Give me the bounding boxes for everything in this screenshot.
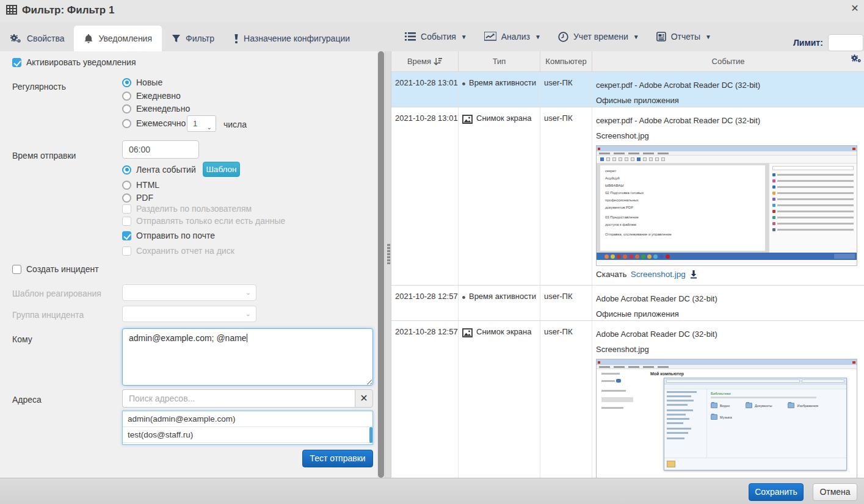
pdf-text-line: документов PDF	[605, 206, 760, 209]
monthly-day-select[interactable]: 1 ⌄	[187, 115, 216, 132]
download-file-link[interactable]: Screenshot.jpg	[631, 270, 686, 279]
format-option-html-label: HTML	[136, 180, 159, 190]
save-report-to-disk-label: Сохранить отчет на диск	[136, 246, 234, 256]
menu-reports-label: Отчеты	[671, 32, 700, 41]
clear-search-button[interactable]: ✕	[355, 389, 373, 408]
radio-dot	[122, 181, 131, 190]
resize-handle[interactable]	[366, 378, 372, 384]
to-textarea[interactable]: admin@example.com; @name	[122, 328, 373, 386]
table-row[interactable]: 2021-10-28 12:57:5 Время активности user…	[391, 286, 864, 321]
tab-config-assignment[interactable]: Назначение конфигурации	[224, 26, 360, 51]
tab-properties[interactable]: Свойства	[0, 26, 74, 51]
to-label: Кому	[12, 334, 32, 344]
address-list-item[interactable]: admin(admin@example.com)	[123, 411, 372, 427]
template-button[interactable]: Шаблон	[203, 162, 240, 177]
activate-notifications-checkbox[interactable]: Активировать уведомления	[12, 57, 136, 67]
reaction-template-select[interactable]: ⌄	[122, 284, 256, 301]
tab-filter[interactable]: Фильтр	[162, 26, 224, 51]
event-description: секрет.pdf - Adobe Acrobat Reader DC (32…	[596, 81, 860, 90]
create-incident-checkbox[interactable]: Создать инцидент	[12, 264, 99, 274]
pdf-text-line: Ацуйцуй	[605, 176, 760, 180]
column-header-type[interactable]: Тип	[459, 51, 540, 71]
tab-notifications-label: Уведомления	[98, 34, 152, 43]
format-option-feed-label: Лента событий	[136, 165, 196, 175]
checkbox-box	[122, 217, 131, 226]
table-settings-gears-icon[interactable]	[851, 54, 862, 63]
menu-events[interactable]: События ▼	[396, 32, 476, 41]
close-icon[interactable]: ✕	[849, 3, 860, 14]
column-header-computer[interactable]: Компьютер	[540, 51, 592, 71]
regularity-option-weekly[interactable]: Еженедельно	[122, 104, 190, 113]
column-header-time[interactable]: Время	[391, 51, 459, 71]
checkbox-box	[12, 265, 21, 274]
clock-icon	[558, 32, 568, 42]
thumb-window-title	[598, 361, 600, 364]
split-by-users-checkbox: Разделить по пользователям	[122, 204, 252, 214]
pdf-text-line: Отправка, отслеживание и управление	[605, 232, 760, 236]
menu-analysis[interactable]: Анализ ▼	[476, 32, 550, 41]
checkbox-box	[12, 58, 21, 67]
radio-dot	[122, 92, 131, 101]
send-time-input[interactable]: 06:00	[122, 140, 199, 159]
activity-check-icon	[462, 79, 465, 89]
pdf-text-line: ЫВФАВАЫ	[605, 184, 760, 187]
table-header-row: Время Тип Компьютер Событие	[391, 51, 864, 72]
event-type: Время активности	[469, 292, 536, 301]
event-computer: user-ПК	[540, 286, 592, 320]
screenshot-thumbnail[interactable]: секрет Ацуйцуй ЫВФАВАЫ 02 Подготовка гот…	[596, 145, 857, 266]
cancel-button-label: Отмена	[819, 487, 850, 497]
regularity-option-monthly[interactable]: Ежемесячно	[122, 118, 186, 128]
thumb-library-title: Библиотеки	[711, 392, 843, 395]
thumb-close-icon	[852, 361, 855, 364]
report-icon	[656, 32, 666, 41]
left-panel-scrollbar[interactable]	[377, 51, 385, 478]
splitter-grip-icon	[387, 243, 390, 264]
test-send-button[interactable]: Тест отправки	[302, 450, 373, 467]
limit-group: Лимит:	[793, 34, 863, 51]
table-row[interactable]: 2021-10-28 13:01:3 Снимок экрана user-ПК…	[391, 107, 864, 286]
incident-group-select[interactable]: ⌄	[122, 306, 256, 322]
event-time: 2021-10-28 12:57:5	[391, 286, 459, 320]
screenshot-thumbnail[interactable]: Мой компьютер Библиот	[596, 359, 857, 478]
pdf-text-line: 03 Предоставление	[605, 215, 760, 219]
download-icon[interactable]	[689, 270, 698, 279]
table-row[interactable]: 2021-10-28 12:57:5 Снимок экрана user-ПК…	[391, 321, 864, 478]
send-only-if-data-label: Отправлять только если есть данные	[136, 216, 285, 226]
scrollbar-thumb[interactable]	[378, 51, 384, 478]
chevron-down-icon: ▼	[461, 34, 467, 40]
thumb-window-title	[598, 148, 600, 150]
list-scrollbar[interactable]	[369, 427, 372, 443]
limit-label: Лимит:	[793, 38, 823, 48]
format-option-html[interactable]: HTML	[122, 180, 159, 190]
regularity-option-new[interactable]: Новые	[122, 77, 162, 87]
save-button[interactable]: Сохранить	[749, 483, 804, 501]
column-header-event[interactable]: Событие	[592, 51, 864, 71]
top-menus: События ▼ Анализ ▼ Учет времени ▼ Отчеты…	[396, 22, 720, 51]
address-search-group: Поиск адресов... ✕	[122, 389, 373, 408]
address-list-item[interactable]: test(dos@staff.ru)	[123, 427, 372, 443]
menu-time-tracking[interactable]: Учет времени ▼	[550, 32, 648, 42]
thumb-close-icon	[852, 148, 855, 150]
limit-input[interactable]	[828, 34, 863, 51]
events-panel: Время Тип Компьютер Событие 2021-10-28 1…	[391, 51, 864, 478]
menu-reports[interactable]: Отчеты ▼	[648, 32, 720, 41]
cancel-button[interactable]: Отмена	[813, 483, 857, 501]
address-search-input[interactable]: Поиск адресов...	[122, 389, 355, 408]
send-by-mail-checkbox[interactable]: Отправить по почте	[122, 231, 215, 240]
column-header-computer-label: Компьютер	[545, 57, 586, 66]
thumb-folder: Видео	[711, 403, 730, 408]
format-option-feed[interactable]: Лента событий	[122, 165, 196, 175]
table-row[interactable]: 2021-10-28 13:01:3 Время активности user…	[391, 72, 864, 107]
format-option-pdf[interactable]: PDF	[122, 193, 153, 203]
event-type: Снимок экрана	[476, 327, 532, 336]
thumb-taskbar	[597, 253, 857, 260]
text-cursor	[247, 334, 247, 342]
panel-splitter[interactable]	[385, 51, 391, 478]
tab-notifications[interactable]: Уведомления	[74, 26, 162, 51]
regularity-option-daily[interactable]: Ежедневно	[122, 91, 181, 101]
download-caption: Скачать	[596, 270, 627, 279]
chevron-down-icon: ▼	[535, 34, 541, 40]
thumb-explorer-window: Библиотеки Видео Документы Изображения М…	[664, 378, 847, 470]
tab-filter-label: Фильтр	[186, 34, 214, 43]
close-icon: ✕	[360, 393, 368, 403]
